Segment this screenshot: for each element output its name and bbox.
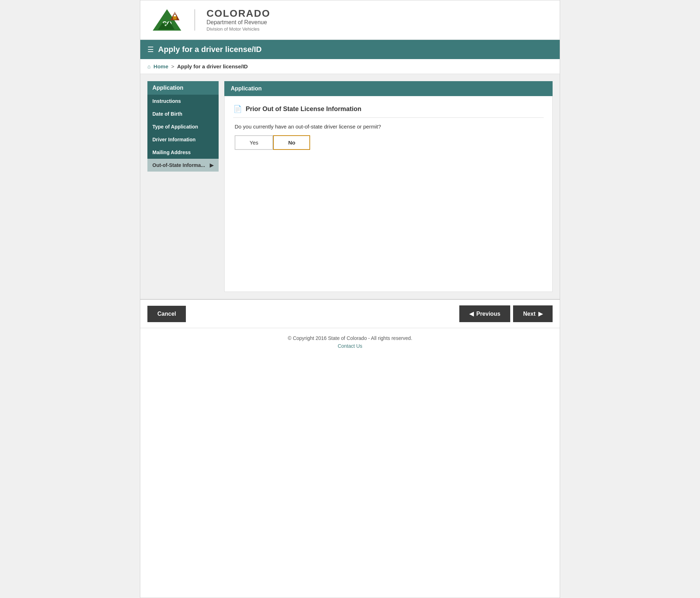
- breadcrumb-home-link[interactable]: Home: [153, 63, 168, 69]
- colorado-logo: CO CDOR: [151, 7, 183, 32]
- svg-text:CDOR: CDOR: [172, 12, 178, 14]
- dept-name: Department of Revenue: [207, 19, 270, 26]
- chevron-left-icon: ◀: [469, 310, 474, 317]
- content-header: Application: [224, 81, 553, 96]
- yes-button[interactable]: Yes: [235, 135, 273, 150]
- copyright-text: © Copyright 2016 State of Colorado - All…: [288, 335, 412, 341]
- division-name: Division of Motor Vehicles: [207, 26, 260, 32]
- breadcrumb-separator: >: [171, 63, 174, 69]
- nav-buttons: ◀ Previous Next ▶: [459, 305, 553, 322]
- breadcrumb: ⌂ Home > Apply for a driver license/ID: [140, 59, 560, 74]
- section-title: Prior Out of State License Information: [246, 105, 361, 113]
- content-body: 📄 Prior Out of State License Information…: [224, 96, 553, 292]
- id-card-icon: 📄: [233, 105, 242, 113]
- chevron-right-icon: ▶: [538, 310, 543, 317]
- sidebar-header: Application: [147, 81, 219, 95]
- previous-button[interactable]: ◀ Previous: [459, 305, 511, 322]
- contact-us-link[interactable]: Contact Us: [147, 343, 553, 349]
- chevron-right-icon: ▶: [210, 162, 214, 168]
- main-content: Application Instructions Date of Birth T…: [140, 74, 560, 299]
- breadcrumb-current: Apply for a driver license/ID: [177, 63, 248, 69]
- next-button[interactable]: Next ▶: [513, 305, 553, 322]
- sidebar-item-dob[interactable]: Date of Birth: [147, 107, 219, 120]
- page-header: CO CDOR COLORADO Department of Revenue D…: [140, 0, 560, 40]
- question-text: Do you currently have an out-of-state dr…: [235, 124, 544, 130]
- no-button[interactable]: No: [273, 135, 310, 150]
- svg-rect-7: [174, 15, 176, 16]
- svg-rect-6: [173, 16, 177, 20]
- footer: © Copyright 2016 State of Colorado - All…: [140, 328, 560, 356]
- hamburger-icon[interactable]: ☰: [147, 45, 154, 54]
- home-icon: ⌂: [147, 63, 151, 69]
- sidebar-item-driver-information[interactable]: Driver Information: [147, 133, 219, 146]
- top-nav-bar: ☰ Apply for a driver license/ID: [140, 40, 560, 59]
- sidebar-item-type-of-application[interactable]: Type of Application: [147, 120, 219, 133]
- sidebar: Application Instructions Date of Birth T…: [147, 81, 219, 292]
- yes-no-toggle: Yes No: [235, 135, 544, 150]
- content-panel: Application 📄 Prior Out of State License…: [224, 81, 553, 292]
- sidebar-item-mailing-address[interactable]: Mailing Address: [147, 146, 219, 159]
- logo-text: COLORADO Department of Revenue Division …: [207, 8, 270, 32]
- bottom-bar: Cancel ◀ Previous Next ▶: [140, 299, 560, 328]
- sidebar-item-out-of-state[interactable]: Out-of-State Informa... ▶: [147, 159, 219, 172]
- state-name: COLORADO: [207, 8, 270, 19]
- section-title-row: 📄 Prior Out of State License Information: [233, 105, 544, 118]
- sidebar-item-instructions[interactable]: Instructions: [147, 95, 219, 107]
- logo-divider: [194, 9, 195, 31]
- top-nav-title: Apply for a driver license/ID: [158, 45, 262, 54]
- cancel-button[interactable]: Cancel: [147, 306, 186, 322]
